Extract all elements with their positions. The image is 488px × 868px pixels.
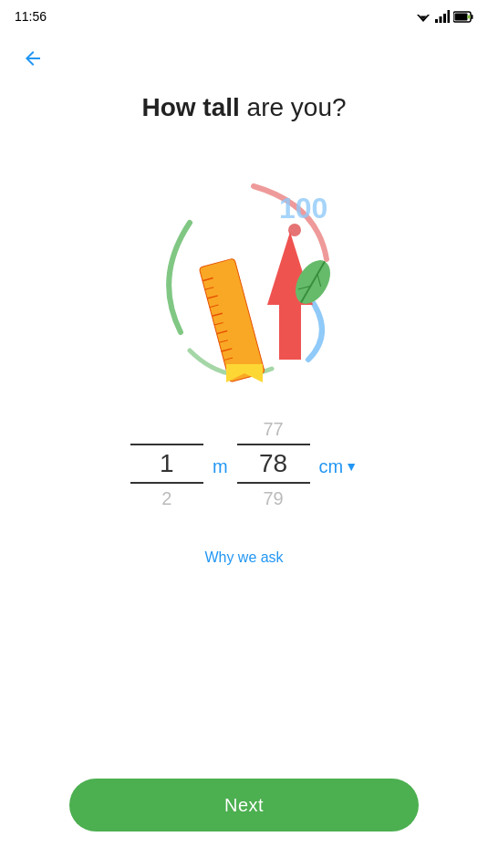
cm-value[interactable]: 78: [237, 444, 310, 484]
cm-unit-dropdown[interactable]: cm ▼: [319, 456, 358, 477]
why-ask-link[interactable]: Why we ask: [204, 549, 283, 566]
meters-unit: m: [213, 456, 228, 477]
cm-below: 79: [263, 484, 283, 513]
height-picker: 1 2 m 77 78 79 cm ▼: [130, 414, 358, 513]
title-bold: How tall: [141, 93, 239, 121]
main-content: How tall are you? 100: [0, 29, 488, 566]
status-bar: 11:56: [0, 0, 488, 29]
svg-point-10: [467, 15, 471, 18]
meters-value[interactable]: 1: [130, 444, 203, 484]
next-button[interactable]: Next: [69, 779, 419, 831]
picker-row: 1 2 m 77 78 79 cm ▼: [130, 414, 358, 513]
status-time: 11:56: [15, 9, 47, 24]
battery-icon: [453, 11, 473, 23]
cm-unit-label: cm: [319, 456, 344, 477]
illustration: 100: [135, 150, 354, 387]
cm-above: 77: [263, 414, 283, 444]
meters-below: 2: [161, 484, 171, 513]
svg-rect-4: [440, 16, 442, 23]
svg-rect-8: [472, 15, 473, 19]
status-icons: [415, 10, 473, 23]
page-title: How tall are you?: [141, 93, 346, 122]
back-button[interactable]: [15, 40, 51, 77]
meters-column[interactable]: 1 2: [130, 414, 203, 513]
cm-column[interactable]: 77 78 79: [237, 414, 310, 513]
svg-rect-6: [448, 10, 451, 23]
svg-marker-31: [226, 364, 263, 382]
title-rest: are you?: [240, 93, 347, 121]
chevron-down-icon: ▼: [345, 459, 358, 474]
svg-rect-3: [435, 19, 438, 23]
signal-icon: [435, 10, 450, 23]
svg-text:100: 100: [279, 192, 327, 225]
svg-rect-9: [455, 13, 468, 20]
svg-rect-5: [443, 14, 446, 23]
wifi-icon: [415, 10, 431, 23]
